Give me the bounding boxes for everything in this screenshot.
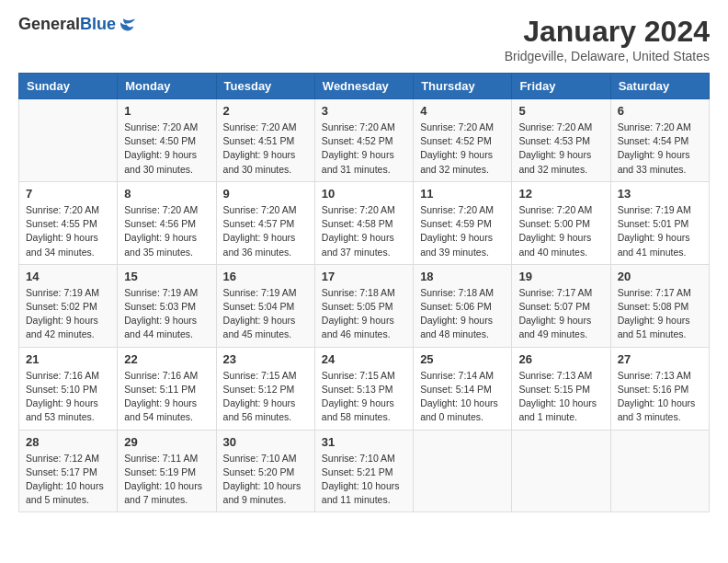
day-number: 20 (618, 270, 702, 283)
day-info: Sunrise: 7:15 AMSunset: 5:13 PMDaylight:… (322, 369, 406, 425)
day-number: 25 (420, 352, 505, 366)
calendar-cell (19, 99, 118, 182)
calendar-cell (610, 430, 709, 512)
day-number: 28 (26, 435, 110, 449)
day-info: Sunrise: 7:13 AMSunset: 5:16 PMDaylight:… (618, 369, 702, 425)
day-info: Sunrise: 7:12 AMSunset: 5:17 PMDaylight:… (26, 452, 110, 508)
day-info: Sunrise: 7:15 AMSunset: 5:12 PMDaylight:… (223, 369, 308, 425)
calendar-cell: 1Sunrise: 7:20 AMSunset: 4:50 PMDaylight… (118, 99, 216, 182)
day-info: Sunrise: 7:19 AMSunset: 5:01 PMDaylight:… (618, 203, 702, 259)
day-number: 26 (518, 352, 603, 366)
day-number: 15 (124, 270, 209, 283)
calendar-cell: 15Sunrise: 7:19 AMSunset: 5:03 PMDayligh… (118, 264, 216, 347)
day-info: Sunrise: 7:20 AMSunset: 4:53 PMDaylight:… (518, 121, 603, 177)
day-info: Sunrise: 7:10 AMSunset: 5:21 PMDaylight:… (322, 452, 406, 508)
calendar-cell: 25Sunrise: 7:14 AMSunset: 5:14 PMDayligh… (414, 347, 512, 430)
calendar-week-3: 14Sunrise: 7:19 AMSunset: 5:02 PMDayligh… (19, 264, 710, 347)
calendar-cell: 5Sunrise: 7:20 AMSunset: 4:53 PMDaylight… (512, 99, 610, 182)
calendar-cell: 12Sunrise: 7:20 AMSunset: 5:00 PMDayligh… (512, 181, 610, 264)
calendar-cell: 23Sunrise: 7:15 AMSunset: 5:12 PMDayligh… (216, 347, 314, 430)
calendar-cell: 4Sunrise: 7:20 AMSunset: 4:52 PMDaylight… (414, 99, 512, 182)
logo: General Blue (18, 15, 137, 34)
day-number: 8 (124, 187, 209, 201)
calendar-cell: 24Sunrise: 7:15 AMSunset: 5:13 PMDayligh… (314, 347, 413, 430)
page-header: General Blue January 2024 Bridgeville, D… (18, 15, 710, 63)
weekday-header-wednesday: Wednesday (314, 74, 413, 99)
day-info: Sunrise: 7:14 AMSunset: 5:14 PMDaylight:… (420, 369, 505, 425)
day-number: 4 (420, 104, 505, 118)
weekday-header-thursday: Thursday (414, 74, 512, 99)
title-block: January 2024 Bridgeville, Delaware, Unit… (505, 15, 710, 63)
day-info: Sunrise: 7:13 AMSunset: 5:15 PMDaylight:… (518, 369, 603, 425)
day-number: 17 (322, 270, 406, 283)
day-info: Sunrise: 7:16 AMSunset: 5:11 PMDaylight:… (124, 369, 209, 425)
day-info: Sunrise: 7:19 AMSunset: 5:03 PMDaylight:… (124, 286, 209, 342)
day-number: 14 (26, 270, 110, 283)
day-info: Sunrise: 7:20 AMSunset: 5:00 PMDaylight:… (518, 203, 603, 259)
day-info: Sunrise: 7:20 AMSunset: 4:56 PMDaylight:… (124, 203, 209, 259)
day-number: 11 (420, 187, 505, 201)
day-info: Sunrise: 7:20 AMSunset: 4:57 PMDaylight:… (223, 203, 308, 259)
day-number: 27 (618, 352, 702, 366)
calendar-cell: 14Sunrise: 7:19 AMSunset: 5:02 PMDayligh… (19, 264, 118, 347)
day-info: Sunrise: 7:18 AMSunset: 5:05 PMDaylight:… (322, 286, 406, 342)
day-number: 29 (124, 435, 209, 449)
weekday-header-friday: Friday (512, 74, 610, 99)
weekday-header-monday: Monday (118, 74, 216, 99)
day-number: 2 (223, 104, 308, 118)
day-info: Sunrise: 7:19 AMSunset: 5:02 PMDaylight:… (26, 286, 110, 342)
day-number: 1 (124, 104, 209, 118)
day-info: Sunrise: 7:20 AMSunset: 4:59 PMDaylight:… (420, 203, 505, 259)
weekday-header-sunday: Sunday (19, 74, 118, 99)
weekday-header-saturday: Saturday (610, 74, 709, 99)
day-info: Sunrise: 7:20 AMSunset: 4:52 PMDaylight:… (420, 121, 505, 177)
calendar-cell: 31Sunrise: 7:10 AMSunset: 5:21 PMDayligh… (314, 430, 413, 512)
calendar-week-4: 21Sunrise: 7:16 AMSunset: 5:10 PMDayligh… (19, 347, 710, 430)
logo-blue-text: Blue (80, 15, 116, 34)
calendar-cell: 3Sunrise: 7:20 AMSunset: 4:52 PMDaylight… (314, 99, 413, 182)
calendar-cell: 8Sunrise: 7:20 AMSunset: 4:56 PMDaylight… (118, 181, 216, 264)
calendar-cell: 19Sunrise: 7:17 AMSunset: 5:07 PMDayligh… (512, 264, 610, 347)
day-number: 3 (322, 104, 406, 118)
day-info: Sunrise: 7:17 AMSunset: 5:07 PMDaylight:… (518, 286, 603, 342)
day-number: 18 (420, 270, 505, 283)
calendar-cell: 28Sunrise: 7:12 AMSunset: 5:17 PMDayligh… (19, 430, 118, 512)
day-number: 19 (518, 270, 603, 283)
calendar-cell: 11Sunrise: 7:20 AMSunset: 4:59 PMDayligh… (414, 181, 512, 264)
calendar-cell: 2Sunrise: 7:20 AMSunset: 4:51 PMDaylight… (216, 99, 314, 182)
day-number: 23 (223, 352, 308, 366)
day-number: 16 (223, 270, 308, 283)
calendar-cell: 20Sunrise: 7:17 AMSunset: 5:08 PMDayligh… (610, 264, 709, 347)
calendar-cell: 16Sunrise: 7:19 AMSunset: 5:04 PMDayligh… (216, 264, 314, 347)
location-text: Bridgeville, Delaware, United States (505, 49, 710, 63)
weekday-header-tuesday: Tuesday (216, 74, 314, 99)
calendar-cell: 17Sunrise: 7:18 AMSunset: 5:05 PMDayligh… (314, 264, 413, 347)
month-title: January 2024 (505, 15, 710, 49)
day-number: 31 (322, 435, 406, 449)
day-info: Sunrise: 7:20 AMSunset: 4:50 PMDaylight:… (124, 121, 209, 177)
day-info: Sunrise: 7:17 AMSunset: 5:08 PMDaylight:… (618, 286, 702, 342)
day-number: 21 (26, 352, 110, 366)
day-info: Sunrise: 7:18 AMSunset: 5:06 PMDaylight:… (420, 286, 505, 342)
day-number: 24 (322, 352, 406, 366)
day-number: 22 (124, 352, 209, 366)
calendar-cell: 9Sunrise: 7:20 AMSunset: 4:57 PMDaylight… (216, 181, 314, 264)
day-info: Sunrise: 7:16 AMSunset: 5:10 PMDaylight:… (26, 369, 110, 425)
calendar-body: 1Sunrise: 7:20 AMSunset: 4:50 PMDaylight… (19, 99, 710, 512)
day-info: Sunrise: 7:20 AMSunset: 4:52 PMDaylight:… (322, 121, 406, 177)
calendar-week-1: 1Sunrise: 7:20 AMSunset: 4:50 PMDaylight… (19, 99, 710, 182)
day-info: Sunrise: 7:19 AMSunset: 5:04 PMDaylight:… (223, 286, 308, 342)
day-info: Sunrise: 7:20 AMSunset: 4:55 PMDaylight:… (26, 203, 110, 259)
day-number: 6 (618, 104, 702, 118)
calendar-cell: 21Sunrise: 7:16 AMSunset: 5:10 PMDayligh… (19, 347, 118, 430)
day-info: Sunrise: 7:20 AMSunset: 4:51 PMDaylight:… (223, 121, 308, 177)
calendar-table: SundayMondayTuesdayWednesdayThursdayFrid… (18, 73, 710, 512)
day-number: 13 (618, 187, 702, 201)
day-number: 30 (223, 435, 308, 449)
calendar-cell (414, 430, 512, 512)
day-info: Sunrise: 7:11 AMSunset: 5:19 PMDaylight:… (124, 452, 209, 508)
calendar-week-2: 7Sunrise: 7:20 AMSunset: 4:55 PMDaylight… (19, 181, 710, 264)
calendar-cell: 26Sunrise: 7:13 AMSunset: 5:15 PMDayligh… (512, 347, 610, 430)
calendar-cell: 27Sunrise: 7:13 AMSunset: 5:16 PMDayligh… (610, 347, 709, 430)
calendar-cell: 29Sunrise: 7:11 AMSunset: 5:19 PMDayligh… (118, 430, 216, 512)
